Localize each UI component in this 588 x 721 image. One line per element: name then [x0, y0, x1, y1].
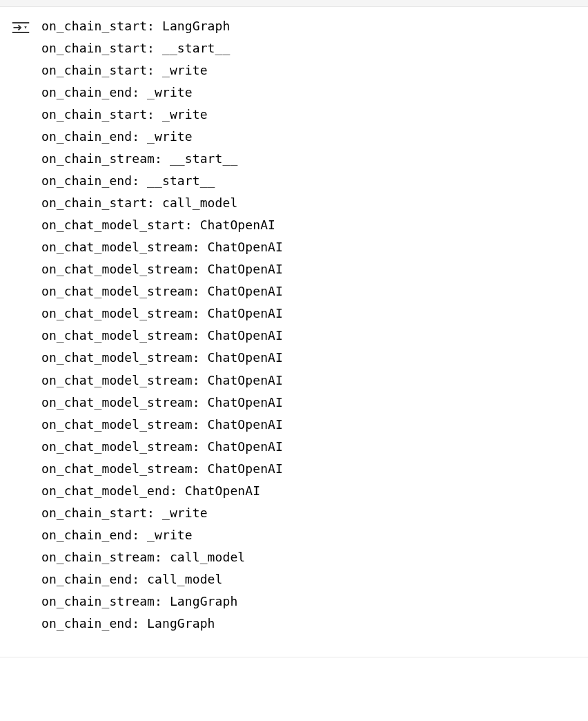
output-line: on_chat_model_end: ChatOpenAI	[41, 480, 577, 502]
output-line: on_chat_model_stream: ChatOpenAI	[41, 414, 577, 436]
output-line: on_chat_model_stream: ChatOpenAI	[41, 392, 577, 414]
output-line: on_chain_end: __start__	[41, 170, 577, 192]
output-line: on_chat_model_stream: ChatOpenAI	[41, 236, 577, 258]
output-line: on_chain_stream: __start__	[41, 148, 577, 170]
output-line: on_chain_end: _write	[41, 524, 577, 546]
output-line: on_chain_start: LangGraph	[41, 15, 577, 37]
output-line: on_chat_model_stream: ChatOpenAI	[41, 302, 577, 325]
output-line: on_chain_start: call_model	[41, 192, 577, 214]
output-line: on_chat_model_stream: ChatOpenAI	[41, 347, 577, 369]
output-line: on_chat_model_stream: ChatOpenAI	[41, 258, 577, 280]
output-line: on_chat_model_stream: ChatOpenAI	[41, 458, 577, 480]
output-line: on_chain_end: _write	[41, 126, 577, 148]
output-line: on_chain_start: _write	[41, 59, 577, 81]
cell-top-strip	[0, 0, 588, 7]
output-line: on_chain_start: _write	[41, 104, 577, 126]
output-line: on_chat_model_stream: ChatOpenAI	[41, 369, 577, 392]
output-line: on_chat_model_stream: ChatOpenAI	[41, 280, 577, 302]
output-line: on_chain_stream: LangGraph	[41, 590, 577, 613]
output-collapse-icon[interactable]	[11, 19, 30, 36]
output-line: on_chat_model_start: ChatOpenAI	[41, 214, 577, 236]
output-line: on_chain_stream: call_model	[41, 546, 577, 568]
output-line: on_chain_end: LangGraph	[41, 613, 577, 635]
output-text-block: on_chain_start: LangGraphon_chain_start:…	[41, 15, 588, 635]
output-line: on_chain_start: __start__	[41, 37, 577, 59]
output-line: on_chat_model_stream: ChatOpenAI	[41, 325, 577, 347]
output-line: on_chain_end: call_model	[41, 568, 577, 590]
output-line: on_chat_model_stream: ChatOpenAI	[41, 436, 577, 458]
output-line: on_chain_end: _write	[41, 81, 577, 104]
output-line: on_chain_start: _write	[41, 502, 577, 524]
output-cell: on_chain_start: LangGraphon_chain_start:…	[0, 7, 588, 657]
cell-gutter[interactable]	[0, 15, 41, 36]
